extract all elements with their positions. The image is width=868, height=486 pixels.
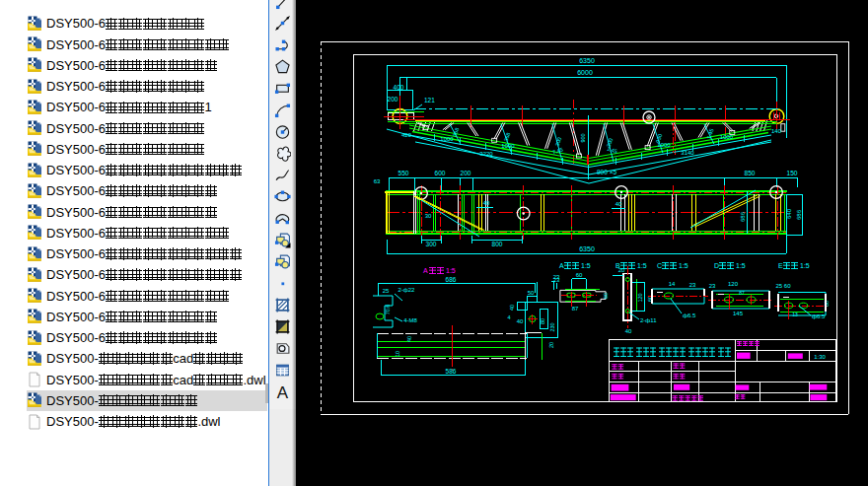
svg-text:900: 900	[580, 133, 586, 142]
svg-text:200: 200	[388, 96, 398, 103]
svg-text:121: 121	[424, 97, 435, 104]
svg-text:3220: 3220	[479, 151, 493, 157]
svg-text:1:5: 1:5	[800, 262, 810, 269]
svg-text:C: C	[657, 262, 662, 269]
svg-text:63: 63	[374, 178, 381, 184]
svg-text:ф6.5: ф6.5	[683, 312, 696, 318]
svg-text:50: 50	[528, 290, 535, 296]
svg-text:120: 120	[728, 281, 739, 287]
svg-text:25 60: 25 60	[775, 283, 791, 289]
svg-text:40: 40	[406, 336, 412, 342]
svg-text:1000: 1000	[657, 142, 671, 148]
svg-text:1.45: 1.45	[607, 146, 618, 155]
svg-text:230: 230	[549, 322, 555, 331]
svg-text:30: 30	[425, 213, 432, 219]
svg-text:800: 800	[492, 241, 503, 247]
svg-text:140: 140	[771, 128, 782, 134]
svg-text:686: 686	[446, 276, 457, 283]
svg-text:4: 4	[507, 314, 510, 320]
svg-text:1:5: 1:5	[581, 262, 591, 269]
svg-text:2-ф22: 2-ф22	[398, 287, 416, 293]
svg-text:80: 80	[540, 318, 545, 324]
svg-text:1:5: 1:5	[637, 262, 647, 269]
svg-text:1:5: 1:5	[736, 262, 746, 269]
svg-text:1000: 1000	[501, 143, 515, 149]
svg-text:87: 87	[739, 290, 745, 296]
svg-text:60: 60	[824, 301, 830, 307]
svg-text:1000: 1000	[440, 136, 454, 142]
svg-text:1:5: 1:5	[446, 267, 456, 274]
svg-text:420: 420	[401, 132, 412, 138]
svg-text:23: 23	[709, 283, 716, 289]
svg-text:87: 87	[572, 306, 579, 312]
svg-text:145: 145	[733, 311, 744, 316]
svg-text:686: 686	[740, 211, 746, 222]
svg-text:600: 600	[435, 170, 446, 176]
svg-text:586: 586	[446, 368, 457, 375]
svg-text:70.6: 70.6	[385, 305, 391, 315]
svg-text:D: D	[714, 262, 719, 269]
svg-text:120: 120	[637, 293, 643, 302]
svg-text:13: 13	[792, 312, 798, 317]
svg-text:900 ×5: 900 ×5	[597, 169, 616, 175]
svg-text:23: 23	[553, 274, 560, 280]
svg-text:1:30: 1:30	[814, 354, 826, 360]
svg-text:40: 40	[517, 318, 524, 324]
svg-text:3140: 3140	[681, 150, 694, 156]
svg-text:4-M8: 4-M8	[403, 317, 417, 323]
svg-text:40: 40	[615, 201, 622, 207]
svg-text:7.45: 7.45	[551, 147, 563, 156]
svg-text:300: 300	[426, 241, 437, 247]
svg-text:300: 300	[554, 136, 563, 147]
svg-text:60: 60	[603, 293, 609, 299]
svg-text:14: 14	[669, 281, 676, 287]
svg-text:23: 23	[689, 282, 696, 288]
svg-text:1000: 1000	[720, 134, 734, 140]
svg-text:686: 686	[796, 209, 802, 220]
svg-text:60: 60	[576, 272, 583, 278]
svg-text:A: A	[559, 262, 564, 269]
svg-text:40: 40	[509, 305, 515, 311]
svg-text:25: 25	[383, 288, 390, 294]
svg-text:E: E	[778, 262, 783, 269]
svg-text:ф6.5: ф6.5	[812, 313, 826, 319]
svg-text:640: 640	[786, 208, 792, 219]
svg-text:A: A	[277, 383, 289, 400]
svg-text:20: 20	[548, 342, 554, 348]
svg-text:10: 10	[395, 351, 400, 357]
svg-text:6350: 6350	[579, 245, 595, 252]
svg-text:A: A	[423, 267, 428, 274]
svg-text:40: 40	[483, 200, 490, 206]
svg-text:850: 850	[745, 170, 756, 176]
svg-text:40: 40	[625, 328, 632, 334]
svg-text:1:5: 1:5	[679, 262, 688, 269]
svg-text:200: 200	[461, 170, 471, 176]
svg-text:6000: 6000	[577, 69, 593, 76]
svg-text:150: 150	[787, 170, 798, 176]
svg-text:550: 550	[398, 170, 409, 176]
svg-text:2-ф11: 2-ф11	[640, 317, 657, 323]
svg-text:6350: 6350	[579, 57, 595, 64]
svg-text:20: 20	[618, 267, 625, 273]
